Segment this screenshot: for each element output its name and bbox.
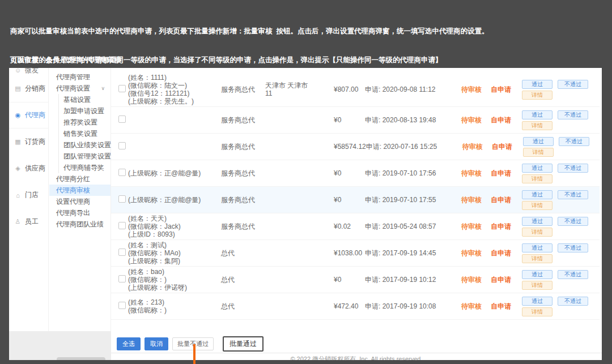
submenu-item-label: 销售奖设置 xyxy=(63,128,97,139)
applicant-info-cell: (姓名：测试)(微信昵称：MAo)(上级昵称：集阿) xyxy=(128,241,221,265)
approve-button[interactable]: 通过 xyxy=(522,243,552,252)
row-actions-cell: 通过不通过详情 xyxy=(522,242,600,265)
row-actions-cell: 通过不通过详情 xyxy=(522,268,600,292)
orderer-icon: ▦ xyxy=(14,138,22,145)
apply-type-badge: 自申请 xyxy=(491,85,522,95)
sidebar-item-代理商[interactable]: ◉代理商 xyxy=(9,102,48,129)
sidebar-item-分销商[interactable]: ▤分销商 xyxy=(9,75,48,102)
applicant-info-line: (上级昵称：集阿) xyxy=(128,257,221,265)
row-checkbox[interactable] xyxy=(118,195,126,203)
row-actions-cell: 通过不通过详情 xyxy=(522,109,600,132)
submenu-item-代理商设置[interactable]: 代理商设置∨ xyxy=(49,83,110,94)
approve-button[interactable]: 通过 xyxy=(523,137,554,146)
applicant-info-line: (微信昵称：) xyxy=(128,276,221,284)
region-cell: 天津市 天津市 11 xyxy=(265,82,334,97)
approve-button[interactable]: 通过 xyxy=(522,110,552,119)
status-badge: 待审核 xyxy=(461,249,491,258)
sidebar-item-员工[interactable]: ♙员工 xyxy=(9,208,48,235)
reject-button[interactable]: 不通过 xyxy=(558,164,588,173)
row-checkbox[interactable] xyxy=(118,222,126,229)
sidebar-secondary: 代理商管理代理商设置∨基础设置加盟申请设置推荐奖设置销售奖设置团队业绩奖设置团队… xyxy=(49,68,111,360)
sidebar-item-微友[interactable]: ☺微友 xyxy=(9,68,48,75)
submenu-item-设置代理商[interactable]: 设置代理商 xyxy=(49,196,110,207)
select-all-button[interactable]: 全选 xyxy=(117,337,141,350)
status-badge: 待审核 xyxy=(461,195,491,205)
row-checkbox-cell xyxy=(111,249,128,258)
detail-button[interactable]: 详情 xyxy=(522,254,552,263)
amount-cell: ¥1038.00 xyxy=(334,249,365,257)
sidebar-item-label: 代理商 xyxy=(25,110,45,120)
approve-button[interactable]: 通过 xyxy=(522,297,552,306)
table-row: (上级昵称：正@能@量)服务商总代¥0申请: 2019-07-10 17:55待… xyxy=(111,187,600,213)
reject-button[interactable]: 不通过 xyxy=(558,297,588,306)
applicant-info-line: (微信昵称：Jack) xyxy=(128,222,221,230)
row-checkbox-cell xyxy=(111,275,128,284)
row-checkbox[interactable] xyxy=(118,142,126,149)
apply-type-badge: 自申请 xyxy=(491,195,522,205)
row-checkbox-cell xyxy=(111,302,128,311)
detail-button[interactable]: 详情 xyxy=(522,281,552,290)
table-row: (姓名：天天)(微信昵称：Jack)(上级ID：8093)服务商总代¥0.02申… xyxy=(111,213,600,240)
submenu-item-label: 设置代理商 xyxy=(56,196,90,207)
approve-button[interactable]: 通过 xyxy=(522,80,552,89)
row-checkbox[interactable] xyxy=(118,169,126,176)
submenu-item-代理商审核[interactable]: 代理商审核 xyxy=(49,185,110,196)
submenu-item-代理商导出[interactable]: 代理商导出 xyxy=(49,207,110,219)
apply-type-badge: 自申请 xyxy=(491,115,522,125)
region-text: 天津市 天津市 11 xyxy=(265,82,312,97)
applicant-info-cell: (姓名：1111)(微信昵称：陆文一)(微信号12：112121)(上级昵称：景… xyxy=(128,74,221,105)
reject-button[interactable]: 不通过 xyxy=(558,217,588,226)
approve-button[interactable]: 通过 xyxy=(522,217,552,226)
status-badge: 待审核 xyxy=(462,142,492,152)
reject-button[interactable]: 不通过 xyxy=(558,190,588,199)
approve-button[interactable]: 通过 xyxy=(522,270,552,279)
applicant-info-line: (上级昵称：景先生。) xyxy=(128,97,221,105)
cancel-button[interactable]: 取消 xyxy=(144,337,168,350)
sidebar-item-订货商[interactable]: ▦订货商 xyxy=(9,129,48,155)
amount-cell: ¥472.40 xyxy=(334,302,365,310)
apply-time-cell: 申请: 2020-07-16 15:25 xyxy=(366,142,462,152)
submenu-item-代理商团队业绩[interactable]: 代理商团队业绩 xyxy=(49,219,110,230)
reject-button[interactable]: 不通过 xyxy=(559,137,589,146)
row-checkbox[interactable] xyxy=(118,115,126,123)
apply-type-badge: 自申请 xyxy=(491,169,522,178)
batch-action-bar: 全选 取消 批量不通过 批量通过 xyxy=(117,336,264,352)
sidebar-item-label: 订货商 xyxy=(25,137,45,147)
amount-cell: ¥0 xyxy=(334,169,365,177)
doc-note-line1: 商家可以批量审核当前表中选中的代理商申请，列表页最下批量操作新增：批量审核 按钮… xyxy=(10,27,488,36)
approve-button[interactable]: 通过 xyxy=(522,164,552,173)
detail-button[interactable]: 详情 xyxy=(522,228,552,237)
sidebar-item-供应商[interactable]: ◈供应商 xyxy=(9,155,48,182)
detail-button[interactable]: 详情 xyxy=(522,201,552,210)
reject-button[interactable]: 不通过 xyxy=(558,80,588,89)
batch-approve-button[interactable]: 批量通过 xyxy=(223,336,264,352)
row-checkbox[interactable] xyxy=(118,85,126,92)
detail-button[interactable]: 详情 xyxy=(523,148,554,157)
row-checkbox[interactable] xyxy=(118,302,126,309)
agent-level-cell: 服务商总代 xyxy=(221,169,265,178)
horizontal-scrollbar-thumb[interactable] xyxy=(57,357,105,360)
approve-button[interactable]: 通过 xyxy=(522,190,552,199)
reject-button[interactable]: 不通过 xyxy=(558,243,588,252)
apply-type-badge: 自申请 xyxy=(491,302,522,311)
detail-button[interactable]: 详情 xyxy=(522,307,552,316)
sidebar-item-label: 微友 xyxy=(25,68,39,75)
detail-button[interactable]: 详情 xyxy=(522,174,552,183)
applicant-info-line: (上级昵称：伊诺呀) xyxy=(128,284,221,292)
row-checkbox-cell xyxy=(111,222,128,231)
reject-button[interactable]: 不通过 xyxy=(558,270,588,279)
applicant-info-cell: (上级昵称：正@能@量) xyxy=(128,196,221,204)
detail-button[interactable]: 详情 xyxy=(522,91,552,100)
row-checkbox[interactable] xyxy=(118,249,126,256)
supplier-icon: ◈ xyxy=(14,165,22,172)
sidebar-item-门店[interactable]: ⌂门店 xyxy=(9,182,48,208)
submenu-item-label: 代理商辅导奖 xyxy=(63,162,104,173)
row-checkbox-cell xyxy=(111,85,128,94)
row-checkbox[interactable] xyxy=(118,275,126,282)
applicant-info-line: (姓名：213) xyxy=(128,298,221,306)
submenu-item-label: 团队业绩奖设置 xyxy=(63,139,111,151)
submenu-item-代理商管理[interactable]: 代理商管理 xyxy=(49,71,110,83)
reject-button[interactable]: 不通过 xyxy=(558,110,588,119)
detail-button[interactable]: 详情 xyxy=(522,121,552,130)
submenu-item-代理商分红[interactable]: 代理商分红 xyxy=(49,173,110,185)
